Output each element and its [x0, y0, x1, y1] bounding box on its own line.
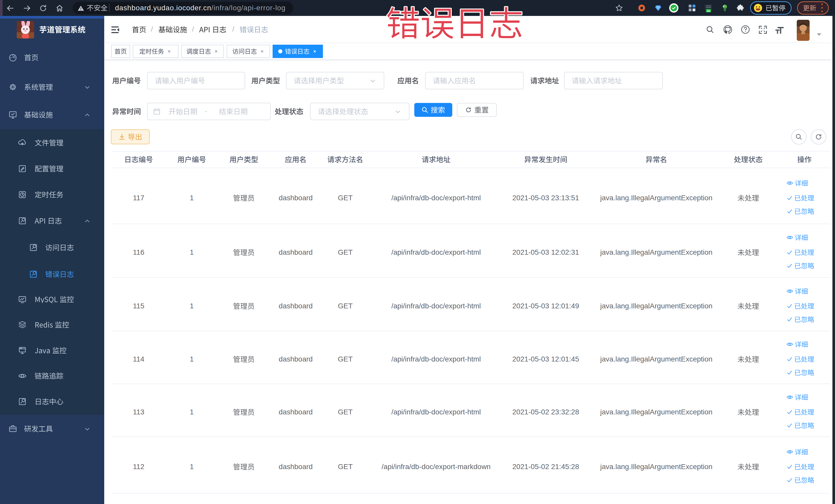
svg-text:on: on — [707, 9, 710, 12]
